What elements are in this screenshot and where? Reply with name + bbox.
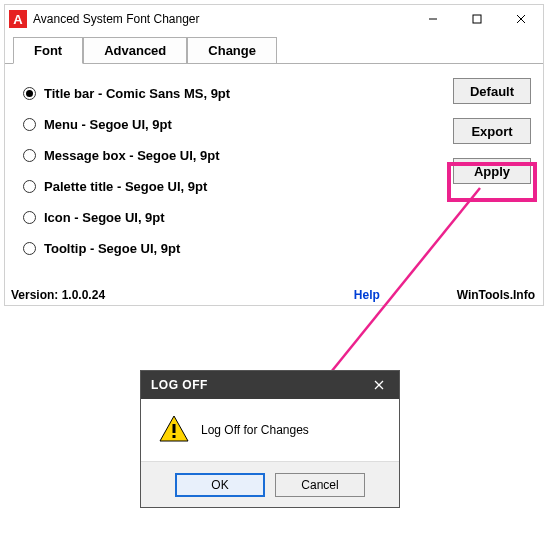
radio-icon [23, 180, 36, 193]
tab-change[interactable]: Change [187, 37, 277, 63]
option-label: Title bar - Comic Sans MS, 9pt [44, 86, 230, 101]
option-label: Tooltip - Segoe UI, 9pt [44, 241, 180, 256]
help-link[interactable]: Help [354, 288, 380, 302]
minimize-button[interactable] [411, 5, 455, 33]
main-window: A Avanced System Font Changer Font Advan… [4, 4, 544, 306]
svg-text:A: A [13, 12, 23, 27]
site-link[interactable]: WinTools.Info [457, 288, 535, 302]
window-controls [411, 5, 543, 33]
close-button[interactable] [499, 5, 543, 33]
default-button[interactable]: Default [453, 78, 531, 104]
option-label: Message box - Segoe UI, 9pt [44, 148, 220, 163]
export-button[interactable]: Export [453, 118, 531, 144]
dialog-close-button[interactable] [359, 371, 399, 399]
radio-icon [23, 211, 36, 224]
tab-advanced[interactable]: Advanced [83, 37, 187, 63]
svg-rect-3 [473, 15, 481, 23]
radio-icon [23, 87, 36, 100]
option-label: Menu - Segoe UI, 9pt [44, 117, 172, 132]
option-icon[interactable]: Icon - Segoe UI, 9pt [23, 210, 531, 225]
titlebar[interactable]: A Avanced System Font Changer [5, 5, 543, 33]
maximize-button[interactable] [455, 5, 499, 33]
dialog-buttons: OK Cancel [141, 461, 399, 507]
title-text: Avanced System Font Changer [33, 12, 200, 26]
app-icon: A [9, 10, 27, 28]
side-buttons: Default Export Apply [453, 78, 531, 184]
version-label: Version: 1.0.0.24 [11, 288, 105, 302]
tab-font[interactable]: Font [13, 37, 83, 64]
option-label: Palette title - Segoe UI, 9pt [44, 179, 207, 194]
cancel-button[interactable]: Cancel [275, 473, 365, 497]
logoff-dialog: LOG OFF Log Off for Changes OK Cancel [140, 370, 400, 508]
svg-rect-11 [173, 424, 176, 433]
ok-button[interactable]: OK [175, 473, 265, 497]
tab-bar: Font Advanced Change [5, 33, 543, 64]
dialog-titlebar[interactable]: LOG OFF [141, 371, 399, 399]
option-tooltip[interactable]: Tooltip - Segoe UI, 9pt [23, 241, 531, 256]
radio-icon [23, 242, 36, 255]
apply-button[interactable]: Apply [453, 158, 531, 184]
radio-icon [23, 149, 36, 162]
client-area: Title bar - Comic Sans MS, 9pt Menu - Se… [5, 64, 543, 306]
svg-rect-12 [173, 435, 176, 438]
dialog-body: Log Off for Changes [141, 399, 399, 461]
footer: Version: 1.0.0.24 Help WinTools.Info [11, 288, 535, 302]
warning-icon [159, 415, 189, 446]
dialog-message: Log Off for Changes [201, 423, 309, 437]
radio-icon [23, 118, 36, 131]
option-label: Icon - Segoe UI, 9pt [44, 210, 165, 225]
dialog-title: LOG OFF [151, 378, 208, 392]
